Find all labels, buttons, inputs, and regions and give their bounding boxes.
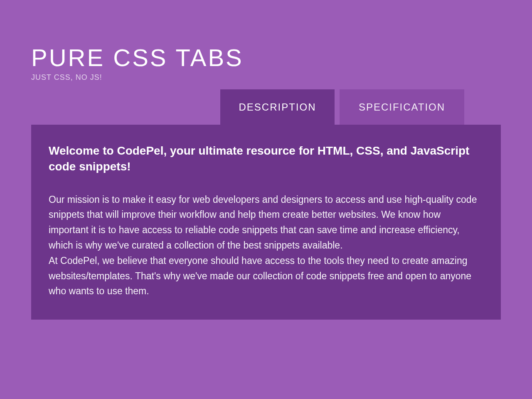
tab-specification[interactable]: SPECIFICATION: [340, 89, 464, 125]
page-title: PURE CSS TABS: [31, 46, 501, 70]
tab-panel-description: Welcome to CodePel, your ultimate resour…: [31, 125, 501, 320]
page-subtitle: JUST CSS, NO JS!: [31, 73, 501, 82]
tab-description[interactable]: DESCRIPTION: [220, 89, 335, 125]
panel-paragraph-1: Our mission is to make it easy for web d…: [49, 192, 481, 253]
panel-paragraph-2: At CodePel, we believe that everyone sho…: [49, 253, 481, 299]
panel-heading: Welcome to CodePel, your ultimate resour…: [49, 143, 481, 175]
tab-list: DESCRIPTION SPECIFICATION: [220, 89, 501, 125]
